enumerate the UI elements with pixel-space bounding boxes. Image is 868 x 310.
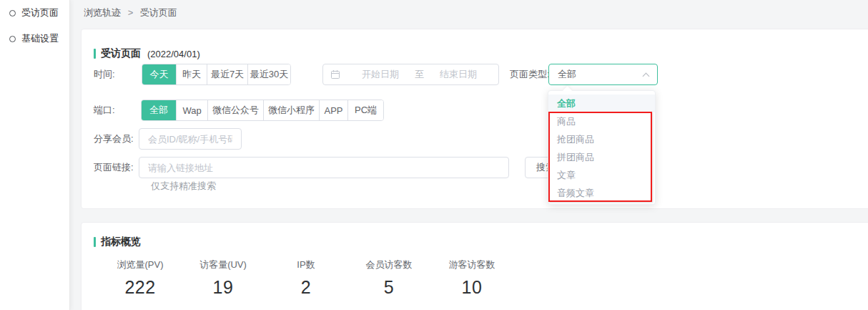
page-type-label: 页面类型: bbox=[510, 64, 550, 85]
time-range-button-group: 今天 昨天 最近7天 最近30天 bbox=[142, 64, 291, 85]
page-type-select-value: 全部 bbox=[558, 68, 576, 81]
breadcrumb-separator: > bbox=[128, 7, 134, 18]
page-type-select[interactable]: 全部 bbox=[548, 64, 658, 85]
metric-label: 会员访客数 bbox=[347, 258, 430, 271]
metrics-title: 指标概览 bbox=[101, 236, 141, 248]
dropdown-option-goods[interactable]: 商品 bbox=[548, 112, 655, 130]
time-last7days-button[interactable]: 最近7天 bbox=[207, 64, 247, 84]
share-member-input[interactable] bbox=[139, 128, 242, 150]
dropdown-option-audio-article[interactable]: 音频文章 bbox=[548, 184, 655, 202]
metric-pv: 浏览量(PV) 222 bbox=[99, 258, 182, 298]
circle-bullet-icon bbox=[9, 36, 16, 42]
time-last30days-button[interactable]: 最近30天 bbox=[247, 64, 290, 84]
metric-value: 5 bbox=[347, 277, 430, 298]
metric-label: 访客量(UV) bbox=[182, 258, 265, 271]
page-link-label: 页面链接: bbox=[94, 157, 139, 178]
metrics-section-header: 指标概览 bbox=[94, 236, 141, 248]
sidebar-item-label: 受访页面 bbox=[21, 6, 59, 19]
filter-row-port: 端口: 全部 Wap 微信公众号 微信小程序 APP PC端 bbox=[82, 100, 868, 121]
metric-value: 2 bbox=[265, 277, 347, 298]
port-wechat-miniprogram-button[interactable]: 微信小程序 bbox=[263, 100, 319, 120]
metrics-card: 指标概览 浏览量(PV) 222 访客量(UV) 19 IP数 2 会员访客数 … bbox=[81, 222, 868, 310]
metric-label: IP数 bbox=[265, 258, 347, 271]
port-label: 端口: bbox=[94, 100, 139, 121]
filter-date-note: (2022/04/01) bbox=[147, 49, 200, 59]
page-type-dropdown: 全部 商品 抢团商品 拼团商品 文章 音频文章 bbox=[548, 90, 656, 205]
start-date-placeholder: 开始日期 bbox=[362, 68, 399, 81]
filter-row-time: 时间: 今天 昨天 最近7天 最近30天 开始日期 至 结束日期 页面类型: 全… bbox=[82, 64, 868, 85]
share-member-label: 分享会员: bbox=[94, 128, 139, 150]
circle-bullet-icon bbox=[9, 10, 16, 16]
date-range-input[interactable]: 开始日期 至 结束日期 bbox=[322, 64, 499, 85]
filter-row-share-member: 分享会员: bbox=[82, 128, 868, 150]
search-hint-text: 仅支持精准搜索 bbox=[151, 180, 216, 193]
filter-section-header: 受访页面 (2022/04/01) bbox=[94, 47, 200, 60]
dropdown-option-flash-group-goods[interactable]: 抢团商品 bbox=[548, 130, 655, 148]
page-link-input[interactable] bbox=[139, 157, 509, 178]
breadcrumb-link[interactable]: 浏览轨迹 bbox=[84, 7, 121, 18]
metric-label: 浏览量(PV) bbox=[99, 258, 182, 271]
metric-label: 游客访客数 bbox=[430, 258, 513, 271]
breadcrumb: 浏览轨迹 > 受访页面 bbox=[84, 6, 177, 19]
dropdown-option-all[interactable]: 全部 bbox=[548, 95, 655, 112]
time-today-button[interactable]: 今天 bbox=[142, 64, 176, 84]
metric-uv: 访客量(UV) 19 bbox=[182, 258, 265, 298]
date-range-separator: 至 bbox=[415, 68, 424, 81]
metric-value: 10 bbox=[430, 277, 513, 298]
calendar-icon bbox=[330, 69, 340, 79]
port-button-group: 全部 Wap 微信公众号 微信小程序 APP PC端 bbox=[141, 100, 384, 121]
chevron-up-icon bbox=[643, 73, 650, 80]
filter-row-page-link: 页面链接: 搜索 bbox=[82, 157, 868, 178]
section-accent-bar bbox=[94, 237, 96, 247]
metric-ip: IP数 2 bbox=[265, 258, 347, 298]
sidebar-item-visited-pages[interactable]: 受访页面 bbox=[0, 6, 69, 20]
port-wap-button[interactable]: Wap bbox=[176, 100, 207, 120]
dropdown-option-article[interactable]: 文章 bbox=[548, 166, 655, 184]
sidebar-item-label: 基础设置 bbox=[21, 32, 59, 45]
metric-value: 19 bbox=[182, 277, 265, 298]
time-yesterday-button[interactable]: 昨天 bbox=[176, 64, 207, 84]
end-date-placeholder: 结束日期 bbox=[440, 68, 477, 81]
metrics-row: 浏览量(PV) 222 访客量(UV) 19 IP数 2 会员访客数 5 游客访… bbox=[99, 258, 515, 298]
port-pc-button[interactable]: PC端 bbox=[347, 100, 383, 120]
filter-title: 受访页面 bbox=[101, 47, 141, 60]
sidebar-item-basic-settings[interactable]: 基础设置 bbox=[0, 32, 69, 46]
time-label: 时间: bbox=[94, 64, 139, 85]
port-wechat-official-button[interactable]: 微信公众号 bbox=[207, 100, 263, 120]
port-app-button[interactable]: APP bbox=[319, 100, 347, 120]
filter-card: 受访页面 (2022/04/01) 时间: 今天 昨天 最近7天 最近30天 开… bbox=[81, 29, 868, 209]
section-accent-bar bbox=[94, 49, 96, 59]
metric-guest-visitors: 游客访客数 10 bbox=[430, 258, 513, 298]
port-all-button[interactable]: 全部 bbox=[142, 100, 176, 120]
metric-value: 222 bbox=[99, 277, 182, 298]
breadcrumb-current: 受访页面 bbox=[140, 7, 177, 18]
dropdown-option-group-buy-goods[interactable]: 拼团商品 bbox=[548, 148, 655, 166]
metric-member-visitors: 会员访客数 5 bbox=[347, 258, 430, 298]
sidebar: 受访页面 基础设置 bbox=[0, 0, 70, 310]
